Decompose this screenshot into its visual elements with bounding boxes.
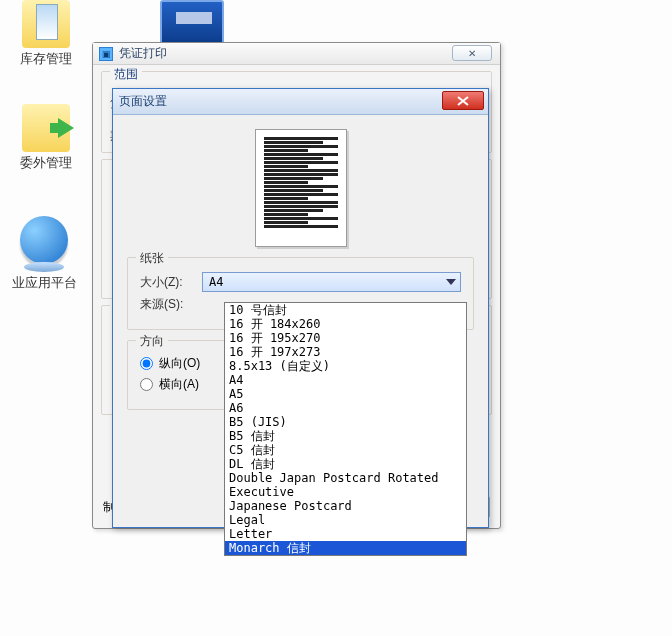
dropdown-option[interactable]: Monarch 信封	[225, 541, 466, 555]
combo-value: A4	[209, 275, 223, 289]
dropdown-option[interactable]: 8.5x13 (自定义)	[225, 359, 466, 373]
desktop-icon-inventory[interactable]: 库存管理	[4, 0, 88, 68]
source-label: 来源(S):	[140, 296, 202, 313]
radio-landscape[interactable]	[140, 378, 153, 391]
radio-label: 纵向(O)	[159, 355, 200, 372]
dropdown-option[interactable]: 10 号信封	[225, 303, 466, 317]
fieldset-legend-paper: 纸张	[136, 250, 168, 267]
fieldset-legend-orientation: 方向	[136, 333, 168, 350]
dropdown-option[interactable]: A4	[225, 373, 466, 387]
dropdown-option[interactable]: Letter	[225, 527, 466, 541]
desktop-icon-label: 委外管理	[4, 154, 88, 172]
desktop-icon-label: 业应用平台	[2, 274, 86, 292]
window-icon: ▣	[99, 47, 113, 61]
dialog-title: 页面设置	[119, 93, 167, 110]
orientation-portrait[interactable]: 纵向(O)	[140, 355, 234, 372]
globe-icon	[20, 216, 68, 264]
dropdown-option[interactable]: Double Japan Postcard Rotated	[225, 471, 466, 485]
close-icon	[457, 96, 469, 106]
titlebar[interactable]: ▣ 凭证打印	[93, 43, 500, 65]
group-label-range: 范围	[110, 66, 142, 83]
dropdown-option[interactable]: B5 (JIS)	[225, 415, 466, 429]
radio-portrait[interactable]	[140, 357, 153, 370]
desktop-icon-label: 库存管理	[4, 50, 88, 68]
dropdown-option[interactable]: 16 开 197x273	[225, 345, 466, 359]
paper-size-dropdown[interactable]: 10 号信封16 开 184x26016 开 195x27016 开 197x2…	[224, 302, 467, 556]
dropdown-option[interactable]: 16 开 195x270	[225, 331, 466, 345]
dropdown-option[interactable]: Legal	[225, 513, 466, 527]
dialog-titlebar[interactable]: 页面设置	[113, 89, 488, 115]
orientation-landscape[interactable]: 横向(A)	[140, 376, 234, 393]
dropdown-option[interactable]: A6	[225, 401, 466, 415]
dropdown-option[interactable]: 16 开 184x260	[225, 317, 466, 331]
chevron-down-icon	[446, 279, 456, 285]
close-button[interactable]	[442, 91, 484, 110]
dropdown-option[interactable]: Japanese Postcard	[225, 499, 466, 513]
close-button[interactable]: ✕	[452, 45, 492, 61]
desktop-icon-platform[interactable]: 业应用平台	[2, 216, 86, 292]
dropdown-option[interactable]: A5	[225, 387, 466, 401]
dropdown-option[interactable]: C5 信封	[225, 443, 466, 457]
monitor-icon[interactable]	[160, 0, 224, 48]
paper-size-combobox[interactable]: A4	[202, 272, 461, 292]
dropdown-option[interactable]: DL 信封	[225, 457, 466, 471]
page-preview	[255, 129, 347, 247]
size-label: 大小(Z):	[140, 274, 202, 291]
folder-arrow-icon	[22, 104, 70, 152]
radio-label: 横向(A)	[159, 376, 199, 393]
dropdown-option[interactable]: Executive	[225, 485, 466, 499]
folder-building-icon	[22, 0, 70, 48]
window-title: 凭证打印	[119, 45, 167, 62]
desktop-icon-outsource[interactable]: 委外管理	[4, 104, 88, 172]
dropdown-option[interactable]: B5 信封	[225, 429, 466, 443]
